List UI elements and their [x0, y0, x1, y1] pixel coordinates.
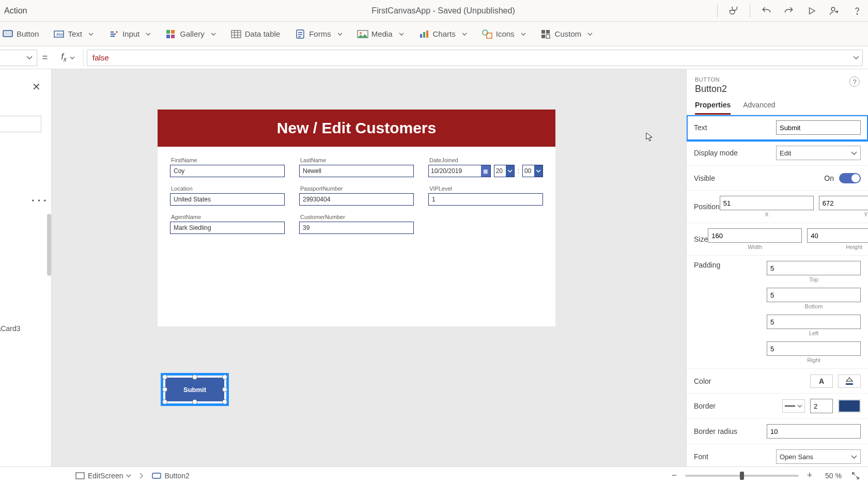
resize-handle[interactable]	[192, 374, 197, 380]
zoom-in-button[interactable]: +	[804, 470, 815, 481]
firstname-input[interactable]: Coy	[170, 165, 285, 177]
tree-item[interactable]: ataCard3	[0, 318, 53, 339]
custno-input[interactable]: 39	[299, 222, 414, 234]
resize-handle[interactable]	[222, 399, 227, 404]
breadcrumb-element[interactable]: Button2	[149, 472, 192, 480]
app-screen[interactable]: New / Edit Customers FirstName Coy LastN…	[158, 110, 555, 326]
ribbon-icons[interactable]: Icons	[475, 22, 533, 46]
hour-dropdown[interactable]: 20	[494, 165, 515, 177]
chevron-down-icon	[146, 33, 151, 36]
ribbon-forms[interactable]: Forms	[288, 22, 350, 46]
undo-icon[interactable]	[760, 4, 773, 18]
resize-handle[interactable]	[162, 387, 167, 392]
field-datejoined: DateJoined 10/20/2019▦ 20 : 00	[428, 154, 543, 177]
tab-properties[interactable]: Properties	[695, 101, 731, 115]
chevron-right-icon	[140, 473, 144, 479]
play-icon[interactable]	[805, 4, 818, 18]
tree-item[interactable]: 3	[0, 258, 53, 279]
datejoined-input[interactable]: 10/20/2019▦	[428, 165, 491, 177]
help-icon[interactable]	[850, 4, 864, 18]
prop-border-label: Border	[694, 402, 782, 410]
property-selector[interactable]	[0, 50, 37, 66]
chevron-down-icon	[70, 56, 75, 59]
fx-button[interactable]: fx	[53, 50, 84, 66]
media-icon	[358, 29, 367, 39]
location-input[interactable]: United States	[170, 193, 285, 206]
formula-input[interactable]: false	[87, 50, 863, 66]
chevron-down-icon	[26, 56, 33, 59]
resize-handle[interactable]	[222, 387, 227, 392]
chevron-down-icon	[851, 151, 857, 155]
element-name: Button2	[695, 84, 727, 95]
fill-color-button[interactable]	[838, 374, 861, 388]
passport-input[interactable]: 29930404	[299, 193, 414, 206]
size-w-input[interactable]	[708, 228, 802, 243]
ribbon-custom[interactable]: Custom	[534, 22, 600, 46]
expand-formula-icon[interactable]	[853, 56, 859, 59]
selection-outline[interactable]: Submit	[161, 373, 229, 406]
prop-text-row: Text	[687, 115, 868, 140]
prop-size-row: Size Width Height	[687, 223, 868, 256]
size-h-input[interactable]	[807, 228, 868, 243]
ribbon-button[interactable]: Button	[0, 22, 46, 46]
zoom-slider[interactable]	[685, 475, 799, 477]
border-width-input[interactable]	[810, 399, 833, 413]
charts-icon	[420, 29, 429, 39]
font-color-button[interactable]: A	[810, 374, 833, 388]
ribbon-input[interactable]: Input	[102, 22, 158, 46]
displaymode-value: Edit	[780, 149, 791, 157]
svg-rect-23	[541, 35, 545, 38]
tree-search-input[interactable]	[0, 116, 41, 132]
padding-bottom-input[interactable]	[767, 288, 861, 302]
ribbon-button-label: Button	[17, 29, 39, 38]
prop-radius-label: Border radius	[694, 427, 767, 435]
svg-point-15	[360, 32, 362, 34]
share-icon[interactable]	[828, 4, 841, 18]
ribbon-datatable[interactable]: Data table	[224, 22, 287, 46]
tree-item[interactable]: 6	[0, 235, 53, 255]
tree-item[interactable]: 13	[0, 193, 53, 214]
font-select[interactable]: Open Sans	[776, 449, 861, 464]
fit-to-window-button[interactable]	[851, 472, 863, 480]
radius-input[interactable]	[767, 424, 861, 439]
redo-icon[interactable]	[782, 4, 796, 18]
calendar-icon[interactable]: ▦	[481, 165, 490, 177]
padding-top-input[interactable]	[767, 261, 861, 275]
menu-action[interactable]: Action	[4, 6, 169, 15]
app-checker-icon[interactable]	[727, 4, 740, 18]
panel-help-icon[interactable]: ?	[849, 76, 860, 87]
prop-displaymode-select[interactable]: Edit	[776, 146, 861, 160]
design-canvas[interactable]: New / Edit Customers FirstName Coy LastN…	[52, 69, 686, 466]
visible-toggle[interactable]	[839, 173, 861, 183]
ribbon-gallery[interactable]: Gallery	[159, 22, 223, 46]
padding-right-input[interactable]	[767, 341, 861, 356]
position-x-input[interactable]	[720, 196, 814, 210]
svg-rect-12	[231, 30, 241, 38]
resize-handle[interactable]	[192, 399, 197, 404]
agent-input[interactable]: Mark Siedling	[170, 222, 285, 234]
border-style-button[interactable]	[782, 399, 805, 413]
submit-button[interactable]: Submit	[165, 378, 224, 401]
ribbon-media[interactable]: Media	[351, 22, 411, 46]
tab-advanced[interactable]: Advanced	[743, 101, 775, 115]
zoom-out-button[interactable]: −	[669, 470, 680, 481]
lastname-input[interactable]: Newell	[299, 165, 414, 177]
close-icon[interactable]: ✕	[32, 81, 41, 93]
vip-input[interactable]: 1	[428, 193, 543, 206]
ribbon-datatable-label: Data table	[245, 29, 280, 38]
breadcrumb-screen-label: EditScreen	[88, 472, 123, 480]
resize-handle[interactable]	[162, 374, 167, 380]
tree-item[interactable]: d3	[0, 279, 53, 300]
padding-left-input[interactable]	[767, 315, 861, 329]
prop-text-input[interactable]	[776, 120, 861, 135]
breadcrumb-screen[interactable]: EditScreen	[72, 472, 134, 480]
position-y-input[interactable]	[819, 196, 868, 210]
border-color-button[interactable]	[838, 399, 861, 413]
minute-dropdown[interactable]: 00	[522, 165, 543, 177]
resize-handle[interactable]	[162, 399, 167, 404]
y-sublabel: Y	[864, 211, 867, 217]
ribbon-text[interactable]: Abc Text	[47, 22, 101, 46]
resize-handle[interactable]	[222, 374, 227, 380]
ribbon-charts[interactable]: Charts	[412, 22, 474, 46]
prop-position-row: Position X Y	[687, 191, 868, 223]
